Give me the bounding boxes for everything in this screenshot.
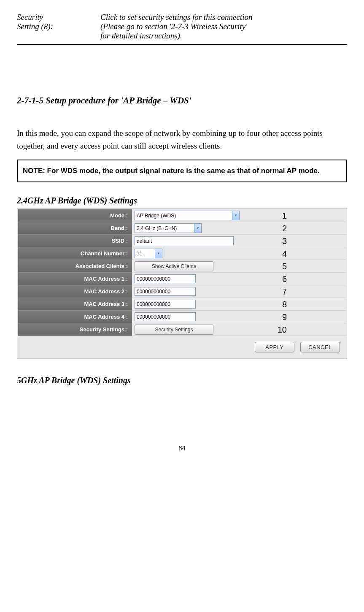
param-desc-line1: Click to set security settings for this … xyxy=(100,13,252,22)
config-value-cell xyxy=(132,273,346,285)
config-label: MAC Address 4 : xyxy=(18,311,132,323)
page-number: 84 xyxy=(17,444,347,452)
config-label: MAC Address 3 : xyxy=(18,298,132,311)
config-value-cell: AP Bridge (WDS)▼ xyxy=(132,209,346,222)
config-input[interactable] xyxy=(135,274,196,283)
config-input[interactable] xyxy=(135,300,196,309)
subheading-5ghz: 5GHz AP Bridge (WDS) Settings xyxy=(17,376,347,385)
config-action-button[interactable]: Security Settings xyxy=(135,325,213,335)
config-value-cell: Security Settings xyxy=(132,323,346,336)
config-label: Security Settings : xyxy=(18,323,132,336)
config-label: Mode : xyxy=(18,209,132,222)
param-desc-line2: (Please go to section '2-7-3 Wireless Se… xyxy=(100,22,247,31)
button-row: APPLY CANCEL xyxy=(18,336,346,354)
config-label: Channel Number : xyxy=(18,247,132,260)
config-label: SSID : xyxy=(18,235,132,247)
config-row: Security Settings :Security Settings10 xyxy=(18,323,346,336)
config-row: MAC Address 1 :6 xyxy=(18,273,346,285)
note-box: NOTE: For WDS mode, the output signal na… xyxy=(17,160,347,183)
select-value: 11 xyxy=(137,251,142,257)
subheading-24ghz: 2.4GHz AP Bridge (WDS) Settings xyxy=(17,196,347,206)
config-select[interactable]: 2.4 GHz (B+G+N)▼ xyxy=(135,223,202,233)
config-row: MAC Address 4 :9 xyxy=(18,311,346,323)
param-label-line1: Security xyxy=(17,13,43,22)
config-input[interactable] xyxy=(135,312,196,321)
config-label: MAC Address 1 : xyxy=(18,273,132,285)
config-row: Mode :AP Bridge (WDS)▼1 xyxy=(18,209,346,222)
chevron-down-icon: ▼ xyxy=(194,224,201,233)
config-row: SSID :3 xyxy=(18,235,346,247)
chevron-down-icon: ▼ xyxy=(155,249,162,258)
select-value: 2.4 GHz (B+G+N) xyxy=(137,225,177,231)
config-label: MAC Address 2 : xyxy=(18,285,132,298)
parameter-row: Security Setting (8): Click to set secur… xyxy=(17,13,347,42)
param-desc-line3: for detailed instructions). xyxy=(100,31,182,40)
config-value-cell xyxy=(132,235,346,247)
param-label-line2: Setting (8): xyxy=(17,22,53,31)
intro-paragraph: In this mode, you can expand the scope o… xyxy=(17,127,347,153)
config-label: Associated Clients : xyxy=(18,260,132,273)
config-row: Channel Number :11▼4 xyxy=(18,247,346,260)
config-value-cell xyxy=(132,298,346,311)
config-value-cell: 2.4 GHz (B+G+N)▼ xyxy=(132,222,346,235)
config-value-cell: 11▼ xyxy=(132,247,346,260)
config-label: Band : xyxy=(18,222,132,235)
apply-button[interactable]: APPLY xyxy=(255,342,294,352)
config-panel-24ghz: Mode :AP Bridge (WDS)▼1Band :2.4 GHz (B+… xyxy=(17,208,347,359)
config-action-button[interactable]: Show Active Clients xyxy=(135,261,213,271)
select-value: AP Bridge (WDS) xyxy=(137,213,176,219)
config-row: MAC Address 3 :8 xyxy=(18,298,346,311)
config-value-cell: Show Active Clients xyxy=(132,260,346,273)
config-row: Associated Clients :Show Active Clients5 xyxy=(18,260,346,273)
section-heading: 2-7-1-5 Setup procedure for 'AP Bridge –… xyxy=(17,95,347,106)
config-value-cell xyxy=(132,311,346,323)
config-input[interactable] xyxy=(135,287,196,296)
config-row: MAC Address 2 :7 xyxy=(18,285,346,298)
config-row: Band :2.4 GHz (B+G+N)▼2 xyxy=(18,222,346,235)
divider xyxy=(17,44,347,45)
config-input[interactable] xyxy=(135,236,234,245)
config-value-cell xyxy=(132,285,346,298)
cancel-button[interactable]: CANCEL xyxy=(300,342,340,352)
chevron-down-icon: ▼ xyxy=(232,211,239,220)
config-select[interactable]: AP Bridge (WDS)▼ xyxy=(135,211,240,220)
config-select[interactable]: 11▼ xyxy=(135,249,162,258)
